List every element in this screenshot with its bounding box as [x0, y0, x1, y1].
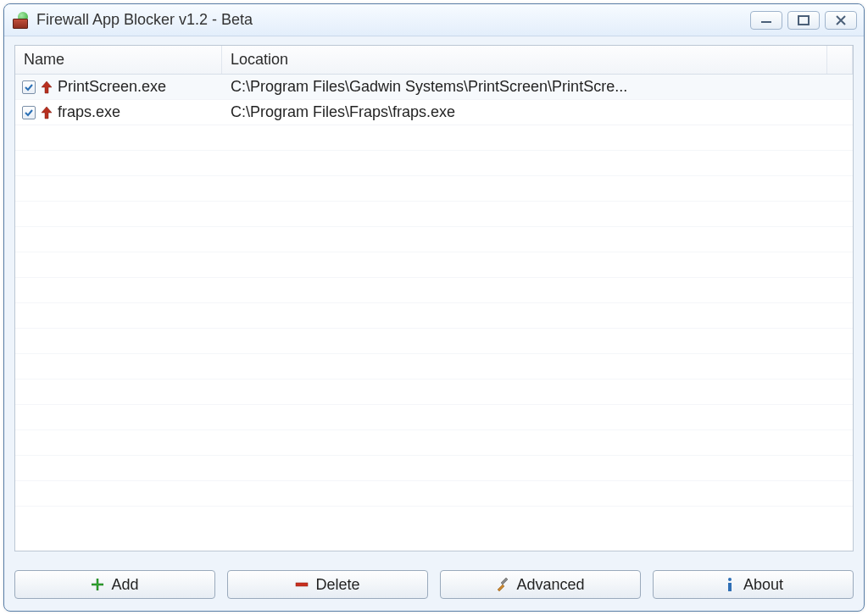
row-checkbox[interactable]	[22, 80, 36, 94]
svg-rect-4	[728, 583, 732, 591]
svg-point-3	[728, 578, 732, 581]
app-icon	[13, 12, 30, 29]
add-label: Add	[111, 576, 138, 594]
titlebar[interactable]: Firewall App Blocker v1.2 - Beta	[4, 4, 864, 36]
row-location: C:\Program Files\Gadwin Systems\PrintScr…	[222, 78, 853, 96]
plus-icon	[91, 578, 104, 591]
list-header: Name Location	[15, 46, 853, 75]
window-controls	[750, 11, 857, 30]
row-name: PrintScreen.exe	[58, 78, 166, 96]
list-row[interactable]: PrintScreen.exe C:\Program Files\Gadwin …	[15, 75, 853, 100]
svg-rect-2	[296, 583, 308, 586]
column-header-name[interactable]: Name	[15, 46, 222, 74]
column-header-location[interactable]: Location	[222, 46, 827, 74]
info-icon	[723, 578, 737, 591]
empty-rows	[15, 125, 853, 507]
arrow-up-icon	[41, 106, 53, 119]
minus-icon	[295, 578, 309, 591]
window-title: Firewall App Blocker v1.2 - Beta	[36, 11, 750, 29]
about-button[interactable]: About	[653, 570, 854, 599]
delete-button[interactable]: Delete	[227, 570, 428, 599]
column-header-spacer	[827, 46, 853, 74]
arrow-up-icon	[41, 80, 53, 94]
advanced-label: Advanced	[516, 576, 584, 594]
row-name: fraps.exe	[58, 103, 120, 121]
app-window: Firewall App Blocker v1.2 - Beta Name Lo…	[3, 3, 865, 612]
list-row[interactable]: fraps.exe C:\Program Files\Fraps\fraps.e…	[15, 100, 853, 125]
add-button[interactable]: Add	[14, 570, 215, 599]
app-list: Name Location PrintScreen.exe C:\P	[14, 45, 854, 551]
tools-icon	[496, 578, 509, 591]
delete-label: Delete	[315, 576, 359, 594]
svg-rect-0	[761, 21, 771, 23]
row-checkbox[interactable]	[22, 106, 36, 119]
client-area: Name Location PrintScreen.exe C:\P	[4, 36, 864, 560]
row-location: C:\Program Files\Fraps\fraps.exe	[222, 103, 853, 121]
minimize-button[interactable]	[750, 11, 782, 30]
close-button[interactable]	[825, 11, 857, 30]
toolbar: Add Delete Advanced A	[4, 560, 864, 611]
advanced-button[interactable]: Advanced	[440, 570, 641, 599]
maximize-button[interactable]	[787, 11, 820, 30]
svg-rect-1	[798, 16, 809, 25]
about-label: About	[743, 576, 783, 594]
list-body[interactable]: PrintScreen.exe C:\Program Files\Gadwin …	[15, 75, 853, 551]
